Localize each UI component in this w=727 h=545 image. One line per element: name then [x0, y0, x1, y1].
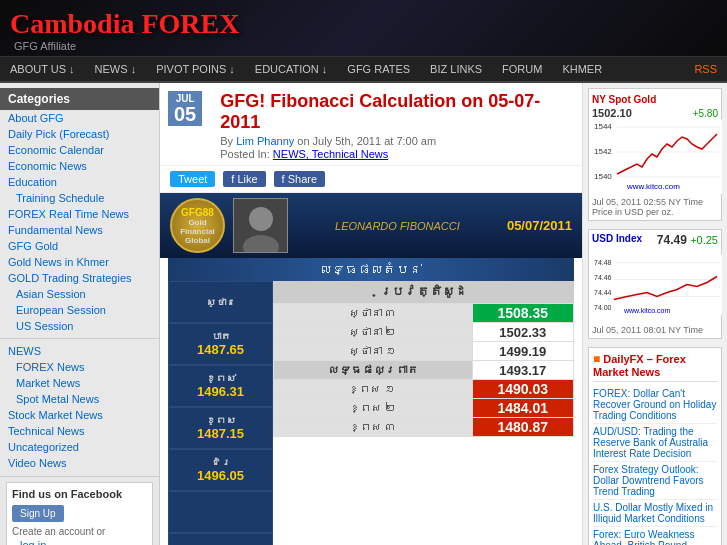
- row-label: ស្ថានា ១: [274, 342, 473, 361]
- usd-date: Jul 05, 2011 08:01 NY Time: [592, 325, 718, 335]
- nav-khmer[interactable]: KHMER: [552, 57, 612, 81]
- sidebar-item-stock-market[interactable]: Stock Market News: [0, 407, 159, 423]
- dailyfx-news-list: FOREX: Dollar Can't Recover Ground on Ho…: [593, 386, 717, 545]
- nav-biz-links[interactable]: BIZ LINKS: [420, 57, 492, 81]
- price-cell-1: ស្ថាន: [168, 281, 273, 323]
- facebook-login-link[interactable]: log in: [12, 537, 147, 545]
- sidebar-item-education[interactable]: Education: [0, 174, 159, 190]
- sidebar-item-econ-calendar[interactable]: Economic Calendar: [0, 142, 159, 158]
- price-cell-4: ខ្ពស 1487.15: [168, 407, 273, 449]
- category-link[interactable]: NEWS, Technical News: [273, 148, 388, 160]
- gold-values: 1502.10 +5.80: [592, 107, 718, 119]
- date-day: 05: [174, 104, 196, 124]
- sidebar-item-training[interactable]: Training Schedule: [0, 190, 159, 206]
- sidebar-links: About GFG Daily Pick (Forecast) Economic…: [0, 110, 159, 471]
- dailyfx-title: ■ DailyFX – Forex Market News: [593, 352, 717, 382]
- nav-gfg-rates[interactable]: GFG RATES: [337, 57, 420, 81]
- khmer-content: លទ្ធផលតំបន់ ស្ថាន បាត 1487.65 ខ្ពស់ 1496…: [160, 258, 582, 545]
- svg-text:74.00: 74.00: [594, 304, 612, 311]
- sidebar-item-spot-metal[interactable]: Spot Metal News: [0, 391, 159, 407]
- article-meta: By Lim Phanny on July 5th, 2011 at 7:00 …: [220, 135, 572, 147]
- svg-text:74.44: 74.44: [594, 289, 612, 296]
- article-header: JUL 05 GFG! Fibonacci Calculation on 05-…: [160, 83, 582, 166]
- sidebar-item-fundamental[interactable]: Fundamental News: [0, 222, 159, 238]
- gold-chart-box: NY Spot Gold 1502.10 +5.80 1544 1542 154…: [588, 88, 722, 221]
- signup-button[interactable]: Sign Up: [12, 505, 64, 522]
- price-table-container: ស្ថាន បាត 1487.65 ខ្ពស់ 1496.31 ខ្ពស 148…: [168, 281, 574, 545]
- sidebar-item-market-news[interactable]: Market News: [0, 375, 159, 391]
- facebook-box: Find us on Facebook Sign Up Create an ac…: [6, 482, 153, 545]
- news-item-5[interactable]: Forex: Euro Weakness Ahead, British Poun…: [593, 527, 717, 545]
- nav-pivot[interactable]: PIVOT POINS ↓: [146, 57, 245, 81]
- usd-title: USD Index: [592, 233, 642, 247]
- article-title-area: GFG! Fibonacci Calculation on 05-07-2011…: [220, 91, 572, 160]
- price-cell-2: បាត 1487.65: [168, 323, 273, 365]
- sidebar-item-asian[interactable]: Asian Session: [0, 286, 159, 302]
- sidebar-item-video[interactable]: Video News: [0, 455, 159, 471]
- sidebar-item-forex-news[interactable]: FOREX News: [0, 359, 159, 375]
- price-cell-6: [168, 491, 273, 533]
- price-value: 1493.17: [472, 361, 573, 380]
- price-value: 1490.03: [472, 380, 573, 399]
- news-item-4[interactable]: U.S. Dollar Mostly Mixed in Illiquid Mar…: [593, 500, 717, 527]
- sidebar-item-gold-khmer[interactable]: Gold News in Khmer: [0, 254, 159, 270]
- facebook-icon: f: [231, 173, 234, 185]
- sidebar-item-daily-pick[interactable]: Daily Pick (Forecast): [0, 126, 159, 142]
- table-row: ខ្ពស ៣ 1480.87: [274, 418, 574, 437]
- sidebar-item-news[interactable]: NEWS: [0, 343, 159, 359]
- gold-price-usd: Price in USD per oz.: [592, 207, 718, 217]
- main-content: JUL 05 GFG! Fibonacci Calculation on 05-…: [160, 83, 582, 545]
- sidebar-item-about[interactable]: About GFG: [0, 110, 159, 126]
- table-row: ស្ថានា ៣ 1508.35: [274, 304, 574, 323]
- sidebar-item-gold-strategies[interactable]: GOLD Trading Strategies: [0, 270, 159, 286]
- sidebar-item-technical[interactable]: Technical News: [0, 423, 159, 439]
- table-row: ស្ថានា ២ 1502.33: [274, 323, 574, 342]
- svg-text:1544: 1544: [594, 122, 612, 131]
- sidebar-item-uncategorized[interactable]: Uncategorized: [0, 439, 159, 455]
- news-item-2[interactable]: AUD/USD: Trading the Reserve Bank of Aus…: [593, 424, 717, 462]
- table-row: ខ្ពស ១ 1490.03: [274, 380, 574, 399]
- sidebar-item-us-session[interactable]: US Session: [0, 318, 159, 334]
- sidebar-item-european[interactable]: European Session: [0, 302, 159, 318]
- nav-rss[interactable]: RSS: [684, 57, 727, 81]
- banner-date: 05/07/2011: [507, 218, 572, 233]
- news-item-3[interactable]: Forex Strategy Outlook: Dollar Downtrend…: [593, 462, 717, 500]
- price-cell-5: ជំរ 1496.05: [168, 449, 273, 491]
- facebook-box-title: Find us on Facebook: [12, 488, 147, 500]
- row-label: លទ្ធផលព្រាត: [274, 361, 473, 380]
- table-row: ខ្ពស ២ 1484.01: [274, 399, 574, 418]
- nav-education[interactable]: EDUCATION ↓: [245, 57, 338, 81]
- share-button[interactable]: f Share: [274, 171, 325, 187]
- rss-icon: ■: [593, 352, 600, 366]
- table-row: ស្ថានា ១ 1499.19: [274, 342, 574, 361]
- svg-point-4: [249, 207, 273, 231]
- gold-price-row: NY Spot Gold: [592, 92, 718, 107]
- gfg-logo: GFG88 Gold Financial Global: [170, 198, 225, 253]
- price-value: 1502.33: [472, 323, 573, 342]
- row-label: ខ្ពស ២: [274, 399, 473, 418]
- site-title: Cambodia FOREX: [10, 8, 717, 40]
- sidebar-item-gfg-gold[interactable]: GFG Gold: [0, 238, 159, 254]
- sidebar-item-econ-news[interactable]: Economic News: [0, 158, 159, 174]
- sidebar-item-forex-rt[interactable]: FOREX Real Time News: [0, 206, 159, 222]
- banner-fibonacci-text: LEONARDO FIBONACCI: [335, 220, 460, 232]
- nav-news[interactable]: NEWS ↓: [85, 57, 147, 81]
- tweet-button[interactable]: Tweet: [170, 171, 215, 187]
- gold-chart-title: NY Spot Gold: [592, 94, 656, 105]
- price-value: 1480.87: [472, 418, 573, 437]
- gold-date: Jul 05, 2011 02:55 NY Time: [592, 197, 718, 207]
- usd-value: 74.49: [657, 233, 687, 247]
- like-button[interactable]: f Like: [223, 171, 265, 187]
- svg-text:74.46: 74.46: [594, 274, 612, 281]
- author-link[interactable]: Lim Phanny: [236, 135, 294, 147]
- news-item-1[interactable]: FOREX: Dollar Can't Recover Ground on Ho…: [593, 386, 717, 424]
- banner-photo: [233, 198, 288, 253]
- date-box: JUL 05: [168, 91, 212, 126]
- gfg-logo-area: GFG88 Gold Financial Global: [170, 198, 288, 253]
- nav-forum[interactable]: FORUM: [492, 57, 552, 81]
- nav-about[interactable]: ABOUT US ↓: [0, 57, 85, 81]
- price-value: 1499.19: [472, 342, 573, 361]
- svg-text:www.kitco.com: www.kitco.com: [623, 307, 670, 314]
- svg-text:1542: 1542: [594, 147, 612, 156]
- social-bar: Tweet f Like f Share: [160, 166, 582, 193]
